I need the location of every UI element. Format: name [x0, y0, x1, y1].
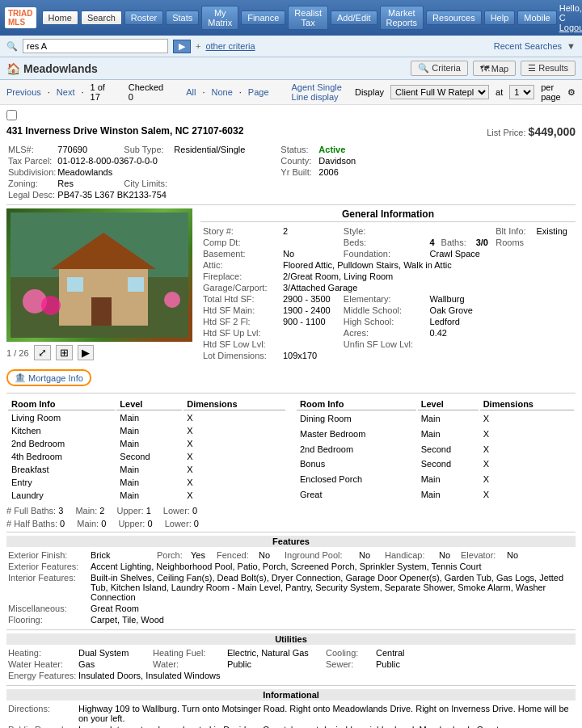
table-row: EntryMainX	[8, 477, 285, 488]
heating-fuel-label: Heating Fuel:	[153, 648, 226, 658]
cooling-label: Cooling:	[326, 648, 374, 658]
nav-help[interactable]: Help	[484, 11, 516, 25]
porch-label: Porch:	[157, 550, 189, 560]
separator5: ·	[202, 87, 205, 97]
logo-mls: MLS	[8, 18, 25, 27]
separator1: ·	[48, 87, 50, 97]
settings-icon[interactable]: ⚙	[567, 87, 576, 98]
search-button[interactable]: ▶	[173, 40, 191, 53]
recent-searches[interactable]: Recent Searches	[494, 41, 562, 51]
image-controls: 1 / 26 ⤢ ⊞ ▶	[6, 345, 192, 360]
rooms-left-table: Room Info Level Dimensions Living RoomMa…	[6, 397, 287, 503]
story-val: 2	[280, 225, 341, 237]
room-info-header-right: Room Info	[297, 398, 416, 410]
at-label: at	[496, 87, 503, 97]
other-criteria-link[interactable]: other criteria	[205, 41, 255, 51]
fullbaths-upper: 1	[146, 506, 151, 515]
page-header: 🏠 Meadowlands 🔍 Criteria 🗺 Map ☰ Results	[0, 57, 582, 80]
fullbaths-lower-label: Lower:	[163, 506, 190, 515]
nav-finance[interactable]: Finance	[241, 11, 285, 25]
bltinfo-val: Existing	[534, 225, 576, 237]
separator6: ·	[239, 87, 242, 97]
nav-stats[interactable]: Stats	[166, 11, 199, 25]
unfinlowlvl-val	[428, 339, 576, 350]
divider1	[6, 204, 576, 205]
search-input[interactable]	[23, 39, 168, 53]
logo-triad: TRIAD	[8, 9, 33, 18]
position-select[interactable]: 1	[509, 85, 534, 99]
all-link[interactable]: All	[186, 87, 196, 97]
rooms-val	[534, 237, 576, 248]
record-count: 1 of 17	[91, 82, 106, 102]
nav-home[interactable]: Home	[42, 11, 78, 25]
image-panel: 1 / 26 ⤢ ⊞ ▶	[6, 208, 192, 361]
map-button[interactable]: 🗺 Map	[473, 61, 516, 76]
nav-realisttax[interactable]: Realist Tax	[288, 6, 328, 30]
fullbaths-upper-label: Upper:	[117, 506, 144, 515]
nav-resources[interactable]: Resources	[426, 11, 482, 25]
fireplace-val: 2/Great Room, Living Room	[280, 271, 576, 282]
image-expand-btn[interactable]: ⤢	[34, 345, 51, 360]
room-info-header-left: Room Info	[8, 398, 115, 410]
table-row: KitchenMainX	[8, 425, 285, 436]
nav-mymatrix[interactable]: My Matrix	[201, 6, 238, 30]
baths-val: 3/0	[474, 237, 494, 248]
mortgage-icon: 🏦	[15, 372, 26, 383]
zoning-label: Zoning:	[8, 179, 56, 188]
mls-num: 770690	[57, 145, 122, 154]
halfbaths-lower-label: Lower:	[165, 519, 192, 528]
per-page-label: per page	[541, 82, 561, 102]
image-grid-btn[interactable]: ⊞	[56, 345, 73, 360]
content-area: 1 / 26 ⤢ ⊞ ▶ General Information Story #…	[6, 208, 576, 361]
style-label: Style:	[341, 225, 428, 237]
mortgage-info-button[interactable]: 🏦 Mortgage Info	[6, 369, 91, 386]
handicap-label: Handicap:	[385, 550, 437, 560]
fireplace-label: Fireplace:	[200, 271, 280, 282]
next-link[interactable]: Next	[57, 87, 75, 97]
table-row: LaundryMainX	[8, 490, 285, 501]
misc-label: Miscellaneous:	[8, 604, 89, 613]
criteria-button[interactable]: 🔍 Criteria	[411, 61, 468, 76]
results-button[interactable]: ☰ Results	[521, 61, 576, 76]
property-details-table: MLS#: 770690 Sub Type: Residential/Singl…	[6, 143, 576, 201]
divider3	[6, 532, 576, 532]
style-val	[428, 225, 494, 237]
yrbuilt-label: Yr Built:	[280, 167, 317, 177]
rooms-section: Room Info Level Dimensions Living RoomMa…	[6, 397, 576, 503]
svg-point-10	[164, 292, 180, 308]
mortgage-section: 🏦 Mortgage Info	[6, 366, 576, 389]
halfbaths-upper: 0	[147, 519, 152, 528]
agent-single-line-link[interactable]: Agent Single Line display	[292, 82, 348, 102]
nav-addedit[interactable]: Add/Edit	[331, 11, 377, 25]
totalhtdsf-val: 2900 - 3500	[280, 293, 341, 305]
plus-icon: +	[196, 41, 200, 51]
nav-roster[interactable]: Roster	[124, 11, 163, 25]
subdivision-val: Meadowlands	[57, 167, 279, 177]
elevator-val: No	[507, 550, 574, 560]
image-placeholder	[6, 208, 192, 342]
nav-marketreports[interactable]: Market Reports	[380, 6, 424, 30]
prev-link[interactable]: Previous	[6, 87, 41, 97]
utilities-title: Utilities	[6, 633, 576, 645]
nav-mobile[interactable]: Mobile	[517, 11, 556, 25]
select-checkbox[interactable]	[6, 110, 17, 120]
nav-search[interactable]: Search	[81, 11, 122, 25]
none-link[interactable]: None	[211, 87, 232, 97]
tax-parcel-val: 01-012-8-000-0367-0-0-0	[57, 156, 279, 166]
image-next-btn[interactable]: ▶	[78, 345, 94, 360]
heating-fuel-val: Electric, Natural Gas	[227, 648, 324, 658]
htdsf2fl-val: 900 - 1100	[280, 316, 341, 327]
attic-val: Floored Attic, Pulldown Stairs, Walk in …	[280, 259, 576, 271]
garage-val: 3/Attached Garage	[280, 282, 576, 293]
middleschool-label: Middle School:	[341, 305, 428, 316]
htdsflowlvl-label: Htd SF Low Lvl:	[200, 339, 280, 350]
gen-info-table: Story #: 2 Style: Blt Info: Existing Com…	[200, 225, 576, 361]
page-link[interactable]: Page	[248, 87, 269, 97]
display-select[interactable]: Client Full W Ratepl	[390, 85, 489, 99]
htdsfmain-label: Htd SF Main:	[200, 305, 280, 316]
foundation-val: Crawl Space	[428, 248, 576, 259]
baths-section: # Full Baths: 3 Main: 2 Upper: 1 Lower: …	[6, 506, 576, 515]
unfinlowlvl-label: Unfin SF Low Lvl:	[341, 339, 428, 350]
ext-finish-label: Exterior Finish:	[8, 550, 89, 560]
acres-val: 0.42	[428, 327, 576, 339]
